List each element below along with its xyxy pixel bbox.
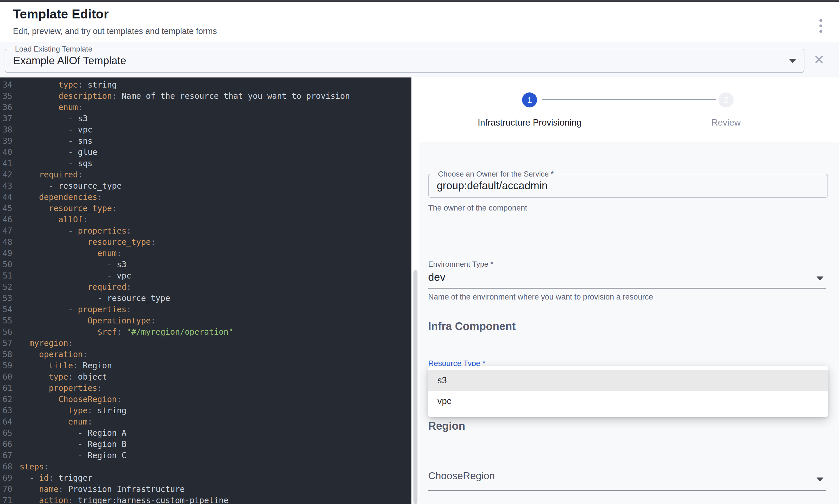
clear-template-button[interactable]: ✕ (809, 47, 829, 72)
page-title: Template Editor (13, 7, 109, 21)
code-line: 71 action: trigger:harness-custom-pipeli… (0, 495, 411, 504)
step-1-label: Infrastructure Provisioning (429, 118, 630, 128)
environment-helper-text: Name of the environment where you want t… (428, 293, 653, 302)
code-line: 50 - s3 (0, 259, 411, 270)
code-line: 55 Operationtype: (0, 315, 411, 326)
code-line: 48 resource_type: (0, 236, 411, 248)
kebab-dot (819, 19, 822, 22)
infra-component-heading: Infra Component (428, 320, 516, 332)
resource-type-menu: s3vpc (428, 366, 828, 417)
code-line: 67 - Region C (0, 450, 411, 461)
code-line: 66 - Region B (0, 439, 411, 450)
environment-select-underline (428, 288, 826, 289)
code-line: 63 type: string (0, 405, 411, 416)
code-line: 65 - Region A (0, 427, 411, 439)
page-subtitle: Edit, preview, and try out templates and… (13, 26, 217, 36)
code-line: 64 enum: (0, 416, 411, 427)
step-2-label: Review (668, 118, 784, 128)
code-line: 41 - sqs (0, 158, 411, 169)
stepper-connector (542, 100, 716, 100)
code-line: 42 required: (0, 169, 411, 180)
code-line: 56 $ref: "#/myregion/operation" (0, 326, 411, 338)
wizard-stepper: 1 2 Infrastructure Provisioning Review (420, 77, 839, 142)
chevron-down-icon[interactable] (817, 478, 823, 482)
code-line: 59 title: Region (0, 360, 411, 371)
code-line: 46 allOf: (0, 214, 411, 225)
step-1-number: 1 (527, 95, 532, 105)
load-template-combobox[interactable]: Load Existing Template Example AllOf Tem… (5, 49, 804, 73)
code-line: 38 - vpc (0, 124, 411, 136)
code-line: 39 - sns (0, 136, 411, 147)
yaml-code-editor[interactable]: 34 type: string35 description: Name of t… (0, 77, 411, 504)
page-header: Template Editor Edit, preview, and try o… (0, 2, 839, 42)
code-line: 36 enum: (0, 102, 411, 113)
code-line: 52 required: (0, 281, 411, 293)
region-heading: Region (428, 420, 465, 432)
wizard-form: Choose an Owner for the Service * group:… (420, 142, 839, 504)
code-line: 60 type: object (0, 371, 411, 382)
load-template-value: Example AllOf Template (13, 49, 126, 72)
kebab-menu-icon[interactable] (818, 17, 824, 35)
menu-option-s3[interactable]: s3 (428, 370, 828, 391)
code-line: 49 enum: (0, 248, 411, 259)
code-line: 57 myregion: (0, 338, 411, 349)
code-line: 45 resource_type: (0, 203, 411, 214)
template-editor-page: Template Editor Edit, preview, and try o… (0, 0, 839, 504)
choose-region-underline (428, 490, 826, 491)
editor-scrollbar-thumb[interactable] (413, 270, 417, 504)
code-line: 54 - properties: (0, 304, 411, 315)
menu-option-vpc[interactable]: vpc (428, 391, 828, 412)
environment-type-label: Environment Type * (428, 260, 493, 269)
code-line: 44 dependencies: (0, 192, 411, 203)
environment-type-select[interactable]: dev (428, 271, 445, 283)
code-line: 51 - vpc (0, 270, 411, 281)
code-line: 37 - s3 (0, 113, 411, 124)
code-line: 35 description: Name of the resource tha… (0, 90, 411, 102)
step-1-indicator[interactable]: 1 (522, 92, 537, 107)
chevron-down-icon[interactable] (817, 276, 823, 281)
owner-input[interactable]: Choose an Owner for the Service * group:… (428, 174, 828, 198)
code-line: 61 properties: (0, 382, 411, 394)
template-form-panel: 1 2 Infrastructure Provisioning Review C… (420, 77, 839, 504)
load-template-section: Load Existing Template Example AllOf Tem… (0, 42, 839, 77)
code-line: 68steps: (0, 461, 411, 472)
code-line: 62 ChooseRegion: (0, 394, 411, 405)
code-line: 47 - properties: (0, 225, 411, 236)
owner-value: group:default/accadmin (437, 174, 548, 197)
step-2-indicator[interactable]: 2 (718, 92, 734, 107)
chevron-down-icon[interactable] (789, 59, 796, 63)
code-editor-lines: 34 type: string35 description: Name of t… (0, 79, 411, 504)
code-line: 69 - id: trigger (0, 472, 411, 484)
code-line: 34 type: string (0, 79, 411, 90)
code-line: 40 - glue (0, 147, 411, 158)
owner-helper-text: The owner of the component (428, 204, 527, 213)
choose-region-select[interactable]: ChooseRegion (428, 470, 495, 482)
kebab-dot (819, 24, 822, 28)
code-line: 58 operation: (0, 349, 411, 360)
step-2-number: 2 (724, 95, 729, 105)
code-line: 53 - resource_type (0, 293, 411, 304)
editor-scrollbar-track[interactable] (411, 77, 420, 504)
kebab-dot (819, 30, 822, 33)
code-line: 43 - resource_type (0, 180, 411, 192)
code-line: 70 name: Provision Infrastructure (0, 484, 411, 495)
